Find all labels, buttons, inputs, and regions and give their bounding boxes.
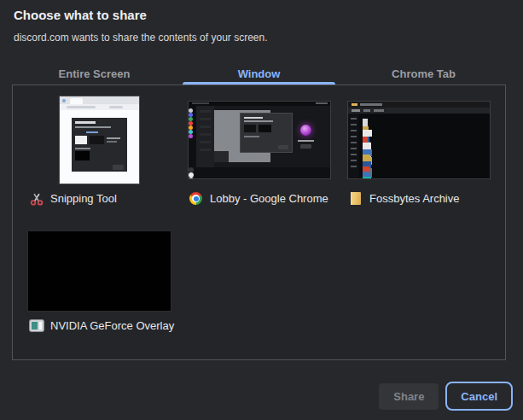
window-option-nvidia-geforce-overlay[interactable]: NVIDIA GeForce Overlay	[24, 231, 175, 333]
window-grid: Snipping Tool	[13, 85, 505, 343]
window-label: Lobby - Google Chrome	[210, 192, 328, 205]
tab-label: Window	[238, 67, 281, 80]
window-option-snipping-tool[interactable]: Snipping Tool	[24, 96, 175, 206]
dialog-subtitle: discord.com wants to share the contents …	[14, 32, 267, 44]
tab-bar: Entire Screen Window Chrome Tab	[12, 62, 506, 85]
window-label: Snipping Tool	[50, 192, 117, 205]
share-button[interactable]: Share	[379, 383, 439, 410]
window-thumbnail-lobby-chrome[interactable]	[189, 102, 330, 178]
window-label: Fossbytes Archive	[369, 192, 460, 205]
window-picker-panel: Snipping Tool	[12, 85, 506, 360]
snipping-tool-icon	[29, 191, 44, 206]
tab-window[interactable]: Window	[177, 62, 341, 85]
window-label-row: Snipping Tool	[24, 191, 175, 206]
window-label-row: Lobby - Google Chrome	[183, 191, 334, 206]
window-option-lobby-google-chrome[interactable]: Lobby - Google Chrome	[183, 96, 334, 206]
chrome-icon	[189, 191, 203, 206]
window-option-fossbytes-archive[interactable]: Fossbytes Archive	[343, 96, 494, 206]
tab-entire-screen[interactable]: Entire Screen	[12, 62, 177, 85]
window-thumbnail-nvidia-overlay[interactable]	[28, 231, 171, 311]
window-thumbnail-snipping-tool[interactable]	[60, 96, 139, 184]
app-window-icon	[29, 318, 44, 333]
dialog-title: Choose what to share	[14, 8, 147, 22]
tab-label: Chrome Tab	[392, 67, 456, 80]
thumb-wrap	[24, 96, 175, 184]
dialog-footer: Share Cancel	[379, 382, 513, 411]
window-label: NVIDIA GeForce Overlay	[50, 319, 174, 332]
thumb-wrap	[183, 96, 334, 184]
thumb-wrap	[24, 231, 175, 311]
tab-label: Entire Screen	[59, 67, 131, 80]
tab-chrome-tab[interactable]: Chrome Tab	[341, 62, 506, 85]
window-label-row: Fossbytes Archive	[343, 191, 494, 206]
cancel-button[interactable]: Cancel	[445, 382, 513, 411]
window-thumbnail-fossbytes-archive[interactable]	[348, 102, 490, 178]
window-label-row: NVIDIA GeForce Overlay	[24, 318, 175, 333]
thumb-wrap	[343, 96, 494, 184]
folder-icon	[348, 191, 363, 206]
